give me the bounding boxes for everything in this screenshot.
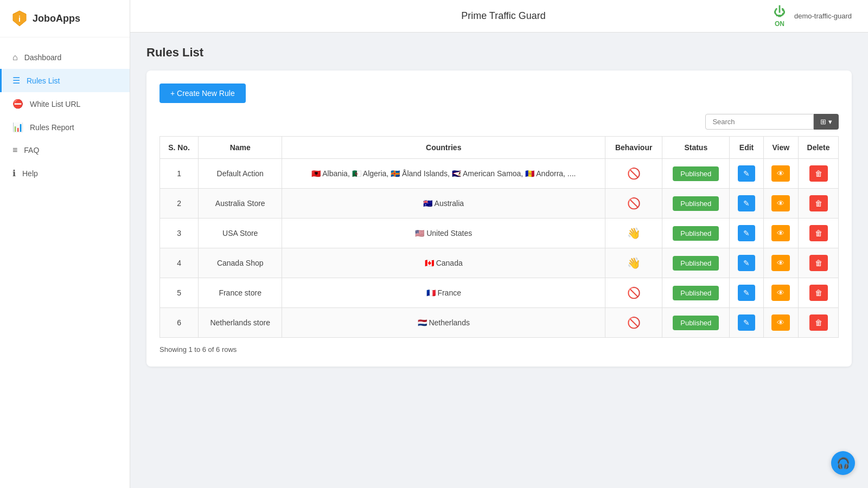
cell-edit: ✎ — [730, 278, 763, 308]
edit-button[interactable]: ✎ — [738, 225, 755, 241]
cell-countries: 🇳🇱 Netherlands — [282, 308, 605, 338]
cell-name: Netherlands store — [199, 308, 282, 338]
status-published-button[interactable]: Published — [673, 316, 719, 330]
edit-button[interactable]: ✎ — [738, 255, 755, 271]
cell-delete: 🗑 — [799, 159, 839, 189]
view-button[interactable]: 👁 — [771, 195, 790, 211]
grid-icon: ⊞ ▾ — [820, 118, 832, 126]
cell-countries: 🇫🇷 France — [282, 278, 605, 308]
user-label: demo-traffic-guard — [794, 12, 852, 20]
view-button[interactable]: 👁 — [771, 225, 790, 241]
grid-view-button[interactable]: ⊞ ▾ — [814, 114, 839, 130]
cell-sno: 2 — [160, 189, 199, 219]
support-icon[interactable]: 🎧 — [831, 451, 855, 475]
sidebar-item-rules-list[interactable]: ☰ Rules List — [0, 69, 130, 92]
on-badge: ⏻ ON — [774, 5, 786, 28]
view-button[interactable]: 👁 — [771, 285, 790, 301]
edit-button[interactable]: ✎ — [738, 314, 755, 331]
sidebar-nav: ⌂ Dashboard ☰ Rules List ⛔ White List UR… — [0, 37, 130, 488]
header-title: Prime Traffic Guard — [233, 10, 774, 22]
cell-delete: 🗑 — [799, 219, 839, 248]
power-icon: ⏻ — [774, 5, 786, 19]
col-header-status: Status — [662, 137, 730, 159]
cell-edit: ✎ — [730, 159, 763, 189]
delete-button[interactable]: 🗑 — [809, 314, 828, 331]
cell-delete: 🗑 — [799, 248, 839, 278]
col-header-delete: Delete — [799, 137, 839, 159]
cell-edit: ✎ — [730, 308, 763, 338]
header: Prime Traffic Guard ⏻ ON demo-traffic-gu… — [130, 0, 868, 33]
col-header-view: View — [763, 137, 798, 159]
cell-edit: ✎ — [730, 189, 763, 219]
header-right: ⏻ ON demo-traffic-guard — [774, 5, 852, 28]
cell-status: Published — [662, 308, 730, 338]
cell-countries: 🇦🇺 Australia — [282, 189, 605, 219]
sidebar-item-help[interactable]: ℹ Help — [0, 162, 130, 185]
delete-button[interactable]: 🗑 — [809, 195, 828, 211]
delete-button[interactable]: 🗑 — [809, 165, 828, 182]
svg-text:i: i — [18, 15, 21, 23]
cell-countries: 🇨🇦 Canada — [282, 248, 605, 278]
cell-sno: 5 — [160, 278, 199, 308]
cell-status: Published — [662, 159, 730, 189]
table-row: 4 Canada Shop 🇨🇦 Canada 👋 Published ✎ 👁 … — [160, 248, 839, 278]
page-title: Rules List — [146, 46, 852, 60]
sidebar: i JoboApps ⌂ Dashboard ☰ Rules List ⛔ Wh… — [0, 0, 130, 488]
showing-text: Showing 1 to 6 of 6 rows — [159, 345, 839, 354]
filter-icon: ⛔ — [12, 99, 23, 109]
cell-status: Published — [662, 278, 730, 308]
col-header-behaviour: Behaviour — [605, 137, 662, 159]
col-header-countries: Countries — [282, 137, 605, 159]
cell-edit: ✎ — [730, 219, 763, 248]
cell-name: France store — [199, 278, 282, 308]
status-published-button[interactable]: Published — [673, 286, 719, 300]
behaviour-block-icon: 🚫 — [627, 168, 641, 179]
behaviour-hand-icon: 👋 — [627, 227, 641, 239]
cell-sno: 6 — [160, 308, 199, 338]
cell-behaviour: 👋 — [605, 248, 662, 278]
cell-name: Canada Shop — [199, 248, 282, 278]
sidebar-item-dashboard[interactable]: ⌂ Dashboard — [0, 46, 130, 69]
delete-button[interactable]: 🗑 — [809, 255, 828, 271]
sidebar-item-rules-report[interactable]: 📊 Rules Report — [0, 115, 130, 139]
status-published-button[interactable]: Published — [673, 166, 719, 181]
delete-button[interactable]: 🗑 — [809, 225, 828, 241]
main-area: Prime Traffic Guard ⏻ ON demo-traffic-gu… — [130, 0, 868, 488]
sidebar-item-white-list-url[interactable]: ⛔ White List URL — [0, 92, 130, 115]
table-row: 5 France store 🇫🇷 France 🚫 Published ✎ 👁… — [160, 278, 839, 308]
col-header-sno: S. No. — [160, 137, 199, 159]
cell-view: 👁 — [763, 219, 798, 248]
sidebar-label-white-list-url: White List URL — [30, 100, 80, 108]
cell-name: Default Action — [199, 159, 282, 189]
rules-table: S. No. Name Countries Behaviour Status E… — [159, 136, 839, 338]
home-icon: ⌂ — [12, 53, 18, 62]
status-published-button[interactable]: Published — [673, 256, 719, 271]
cell-countries: 🇦🇱 Albania, 🇩🇿 Algeria, 🇦🇽 Åland Islands… — [282, 159, 605, 189]
edit-button[interactable]: ✎ — [738, 165, 755, 182]
status-published-button[interactable]: Published — [673, 196, 719, 211]
behaviour-block-icon: 🚫 — [627, 197, 641, 209]
cell-delete: 🗑 — [799, 189, 839, 219]
view-button[interactable]: 👁 — [771, 255, 790, 271]
cell-behaviour: 🚫 — [605, 278, 662, 308]
cell-behaviour: 🚫 — [605, 308, 662, 338]
delete-button[interactable]: 🗑 — [809, 285, 828, 301]
view-button[interactable]: 👁 — [771, 165, 790, 182]
sidebar-item-faq[interactable]: ≡ FAQ — [0, 139, 130, 162]
table-row: 2 Australia Store 🇦🇺 Australia 🚫 Publish… — [160, 189, 839, 219]
cell-view: 👁 — [763, 189, 798, 219]
search-input[interactable] — [705, 114, 814, 130]
cell-view: 👁 — [763, 278, 798, 308]
cell-behaviour: 🚫 — [605, 159, 662, 189]
edit-button[interactable]: ✎ — [738, 285, 755, 301]
cell-name: USA Store — [199, 219, 282, 248]
sidebar-label-rules-report: Rules Report — [30, 123, 74, 132]
sidebar-label-faq: FAQ — [24, 146, 39, 155]
edit-button[interactable]: ✎ — [738, 195, 755, 211]
status-published-button[interactable]: Published — [673, 226, 719, 241]
view-button[interactable]: 👁 — [771, 314, 790, 331]
cell-behaviour: 👋 — [605, 219, 662, 248]
create-new-rule-button[interactable]: + Create New Rule — [159, 84, 246, 103]
sidebar-label-rules-list: Rules List — [27, 76, 60, 85]
cell-status: Published — [662, 189, 730, 219]
